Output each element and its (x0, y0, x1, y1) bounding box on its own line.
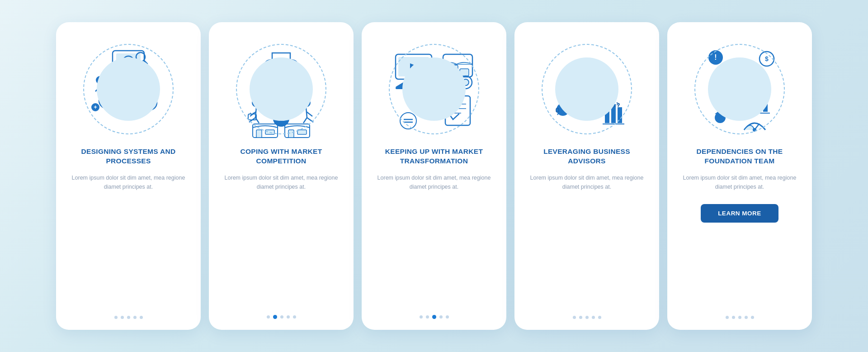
dot-5 (598, 316, 601, 319)
dot-3 (280, 315, 283, 319)
dot-3 (585, 316, 589, 319)
card-4-dots (573, 316, 601, 319)
card-5-title: DEPENDENCIES ON THE FOUNDATION TEAM (680, 147, 799, 166)
dot-4 (439, 315, 443, 319)
card-2-body: Lorem ipsum dolor sit dim amet, mea regi… (222, 173, 341, 191)
card-3-body: Lorem ipsum dolor sit dim amet, mea regi… (374, 173, 494, 191)
cards-container: + DESIGNING SYSTEMS AND PROCESSES Lorem … (38, 9, 830, 343)
dot-4 (133, 316, 137, 319)
dot-1 (573, 316, 576, 319)
illustration-advisors: i $ (533, 35, 641, 143)
card-business-advisors: i $ (514, 22, 659, 330)
card-market-transformation: KEEPING UP WITH MARKET TRANSFORMATION Lo… (362, 22, 506, 330)
dot-2 (426, 315, 429, 319)
card-designing-systems: + DESIGNING SYSTEMS AND PROCESSES Lorem … (56, 22, 201, 330)
dot-1 (420, 315, 423, 319)
card-5-body: Lorem ipsum dolor sit dim amet, mea regi… (680, 173, 799, 191)
illustration-systems: + (74, 35, 183, 143)
learn-more-button[interactable]: LEARN MORE (701, 204, 778, 223)
card-4-title: LEVERAGING BUSINESS ADVISORS (527, 147, 646, 166)
card-market-competition: VS COPING WITH MARKET COMPETITION Lorem … (209, 22, 354, 330)
dot-3 (127, 316, 130, 319)
dot-5 (446, 315, 449, 319)
dot-3 (738, 316, 741, 319)
dot-2 (579, 316, 582, 319)
illustration-transformation (380, 35, 488, 143)
illustration-foundation: ! $ (685, 35, 794, 143)
illustration-competition: VS (227, 35, 335, 143)
card-3-dots (420, 315, 449, 319)
card-1-title: DESIGNING SYSTEMS AND PROCESSES (69, 147, 188, 166)
card-2-title: COPING WITH MARKET COMPETITION (222, 147, 341, 166)
dot-3-active (432, 315, 436, 319)
dot-4 (592, 316, 595, 319)
card-foundation-team: ! $ (667, 22, 812, 330)
dot-2-active (273, 315, 277, 319)
dot-5 (140, 316, 143, 319)
dot-1 (114, 316, 118, 319)
card-1-dots (114, 316, 143, 319)
card-4-body: Lorem ipsum dolor sit dim amet, mea regi… (527, 173, 646, 191)
dot-5 (751, 316, 754, 319)
card-3-title: KEEPING UP WITH MARKET TRANSFORMATION (374, 147, 494, 166)
svg-rect-45 (256, 130, 262, 138)
card-2-dots (267, 315, 296, 319)
dot-4 (287, 315, 290, 319)
dot-1 (726, 316, 729, 319)
dot-2 (732, 316, 735, 319)
card-5-dots (726, 316, 754, 319)
dot-5 (293, 315, 296, 319)
dot-4 (745, 316, 748, 319)
dot-2 (121, 316, 124, 319)
card-1-body: Lorem ipsum dolor sit dim amet, mea regi… (69, 173, 188, 191)
dot-1 (267, 315, 270, 319)
